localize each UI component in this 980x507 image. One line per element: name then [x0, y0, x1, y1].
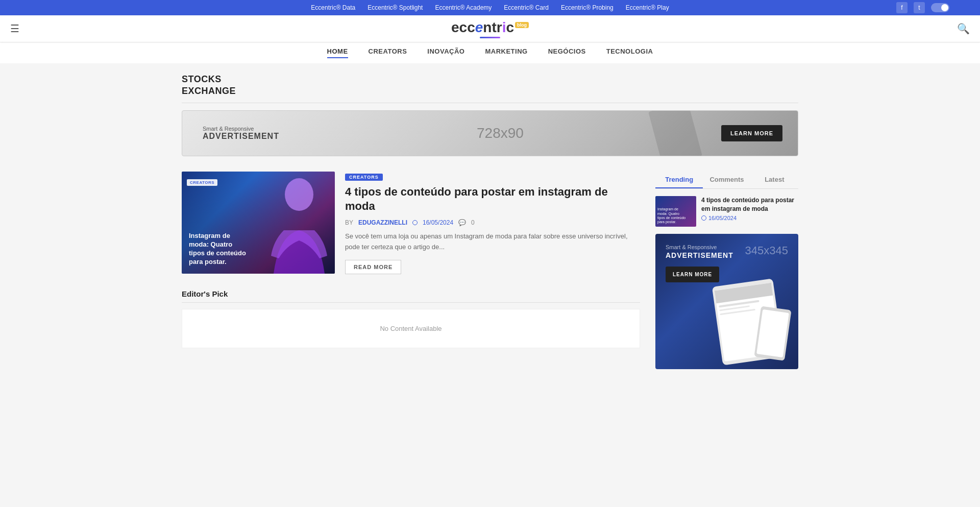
nav-inovacao[interactable]: INOVAÇÃO [427, 47, 464, 58]
nav-tecnologia[interactable]: TECNOLOGIA [606, 47, 653, 58]
sidebar-article-image: Instagram de moda: Quatro tipos de conte… [655, 196, 696, 227]
featured-image-wrap: CREATORS Instagram de [182, 172, 335, 274]
ad-smart-label: Smart & Responsive [203, 126, 279, 132]
featured-meta: BY EDUGAZZINELLI 16/05/2024 💬 0 [345, 219, 640, 226]
featured-image-text: Instagram de moda: Quatro tipos de conte… [189, 232, 328, 267]
editors-pick-title: Editor's Pick [182, 289, 640, 303]
logo-text: eccentricblog [451, 19, 529, 35]
featured-image: CREATORS Instagram de [182, 172, 335, 274]
nav-creators[interactable]: CREATORS [369, 47, 407, 58]
dark-mode-toggle[interactable] [931, 3, 949, 12]
ad-banner-top: Smart & Responsive ADVERTISEMENT 728x90 … [182, 110, 798, 156]
featured-article: CREATORS Instagram de [182, 172, 640, 274]
sidebar-article-content: 4 tipos de conteúdo para postar em insta… [701, 196, 798, 227]
ad-banner-decor [648, 110, 702, 156]
sidebar-ad-size: 345x345 [745, 244, 788, 257]
hamburger-menu[interactable]: ☰ [10, 22, 19, 35]
nav-marketing[interactable]: MARKETING [485, 47, 527, 58]
featured-content: CREATORS 4 tipos de conteúdo para postar… [345, 172, 640, 274]
featured-title: 4 tipos de conteúdo para postar em insta… [345, 185, 640, 214]
site-logo: eccentricblog [451, 19, 529, 38]
featured-date: 16/05/2024 [423, 219, 453, 226]
sidebar: Trending Comments Latest Instagram de mo… [655, 172, 798, 369]
no-content-box: No Content Available [182, 309, 640, 348]
clock-icon [412, 220, 418, 225]
facebook-icon[interactable]: f [896, 2, 908, 13]
twitter-icon[interactable]: t [914, 2, 925, 13]
section-heading: STOCKS EXCHANGE [182, 74, 798, 103]
top-bar-social: f t [896, 2, 949, 13]
sidebar-ad-devices-illustration [706, 267, 798, 369]
featured-image-badge-wrap: CREATORS [187, 177, 217, 186]
search-button[interactable]: 🔍 [957, 22, 970, 35]
top-bar: Eccentric® Data Eccentric® Spotlight Ecc… [0, 0, 980, 15]
comment-icon: 💬 [458, 219, 466, 226]
creators-badge-on-image: CREATORS [187, 179, 217, 186]
logo-underline [480, 37, 500, 38]
tab-latest[interactable]: Latest [751, 172, 798, 188]
tab-trending[interactable]: Trending [655, 172, 703, 188]
main-wrapper: STOCKS EXCHANGE Smart & Responsive ADVER… [174, 63, 806, 379]
featured-category-badge: CREATORS [345, 174, 383, 181]
topbar-link-probing[interactable]: Eccentric® Probing [561, 4, 614, 11]
topbar-link-academy[interactable]: Eccentric® Academy [435, 4, 492, 11]
sidebar-article-date: 16/05/2024 [701, 215, 798, 221]
topbar-link-play[interactable]: Eccentric® Play [626, 4, 669, 11]
sidebar-article-img-text: Instagram de moda: Quatro tipos de conte… [657, 207, 685, 225]
featured-img-inner-text: Instagram de moda: Quatro tipos de conte… [189, 232, 328, 267]
main-nav: HOME CREATORS INOVAÇÃO MARKETING NEGÓCIO… [0, 42, 980, 63]
ad-learn-more-button[interactable]: LEARN MORE [721, 125, 782, 141]
featured-comments: 0 [471, 219, 475, 226]
editors-pick-section: Editor's Pick No Content Available [182, 289, 640, 348]
topbar-link-card[interactable]: Eccentric® Card [504, 4, 549, 11]
sidebar-clock-icon [701, 215, 706, 221]
featured-author[interactable]: EDUGAZZINELLI [358, 219, 407, 226]
ad-size: 728x90 [477, 125, 524, 141]
main-col: CREATORS Instagram de [182, 172, 640, 364]
ad-banner-left: Smart & Responsive ADVERTISEMENT [203, 126, 279, 141]
sidebar-trending-article: Instagram de moda: Quatro tipos de conte… [655, 196, 798, 227]
featured-excerpt: Se você tem uma loja ou apenas um Instag… [345, 231, 640, 253]
sidebar-tabs: Trending Comments Latest [655, 172, 798, 189]
ad-title: ADVERTISEMENT [203, 132, 279, 141]
sidebar-ad: 345x345 Smart & Responsive ADVERTISEMENT… [655, 234, 798, 369]
top-bar-links: Eccentric® Data Eccentric® Spotlight Ecc… [311, 4, 669, 11]
content-row: CREATORS Instagram de [182, 172, 798, 369]
topbar-link-data[interactable]: Eccentric® Data [311, 4, 355, 11]
meta-by: BY [345, 219, 353, 226]
tab-comments[interactable]: Comments [703, 172, 750, 188]
site-header: ☰ eccentricblog 🔍 [0, 15, 980, 42]
svg-point-0 [285, 178, 313, 211]
nav-negocios[interactable]: NEGÓCIOS [548, 47, 586, 58]
sidebar-article-title: 4 tipos de conteúdo para postar em insta… [701, 196, 798, 213]
topbar-link-spotlight[interactable]: Eccentric® Spotlight [368, 4, 423, 11]
read-more-button[interactable]: READ MORE [345, 260, 401, 274]
nav-home[interactable]: HOME [327, 47, 348, 58]
